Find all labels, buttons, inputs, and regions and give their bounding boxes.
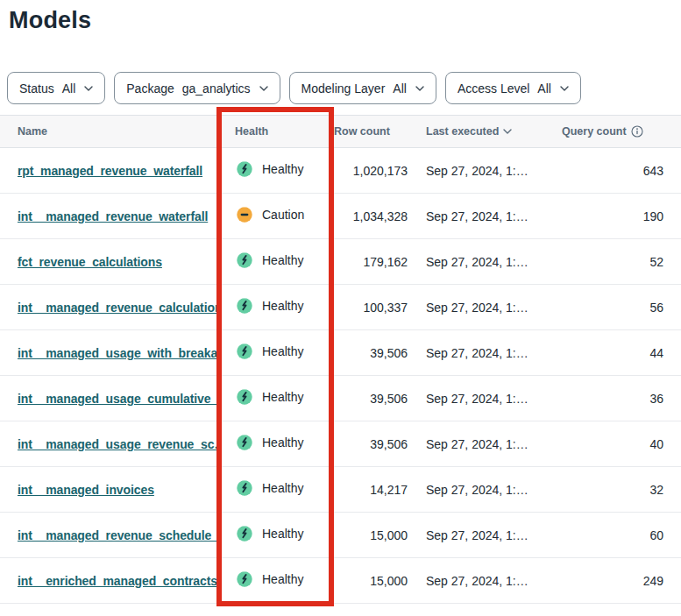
table-row: fct_revenue_calculations Healthy — [0, 239, 681, 285]
filter-label: Status — [19, 81, 54, 96]
row-count-cell: 15,000 — [334, 558, 417, 604]
health-label: Healthy — [262, 253, 303, 267]
health-status-icon — [235, 159, 254, 179]
chevron-down-icon — [415, 86, 424, 91]
model-name-link[interactable]: int__managed_usage_with_breaka… — [18, 346, 216, 360]
row-count-cell: 15,000 — [334, 513, 417, 558]
health-badge: Healthy — [235, 570, 303, 589]
page-title: Models — [9, 6, 681, 35]
query-count-cell: 44 — [562, 330, 681, 376]
health-badge: Healthy — [235, 387, 303, 407]
chevron-down-icon — [259, 86, 268, 91]
info-icon[interactable] — [631, 125, 643, 138]
filter-chip-modeling-layer[interactable]: Modeling Layer All — [289, 72, 436, 104]
column-header-name: Name — [0, 116, 216, 148]
last-executed-cell: Sep 27, 2024, 1:… — [417, 421, 562, 467]
table-row: int__managed_invoices Healthy — [0, 467, 681, 513]
model-name-link[interactable]: fct_revenue_calculations — [18, 255, 162, 269]
sort-descending-icon — [503, 129, 512, 134]
filter-label: Modeling Layer — [301, 81, 386, 96]
health-badge: Healthy — [235, 524, 303, 543]
health-label: Healthy — [262, 527, 303, 541]
chevron-down-icon — [560, 86, 569, 91]
health-status-icon — [235, 251, 254, 270]
health-status-icon — [235, 205, 254, 224]
row-count-cell: 100,337 — [334, 285, 417, 330]
model-name-link[interactable]: rpt_managed_revenue_waterfall — [18, 164, 202, 178]
model-name-link[interactable]: int__managed_revenue_calculations — [18, 301, 216, 315]
model-name-link[interactable]: int__enriched_managed_contracts — [18, 574, 216, 588]
table-header-row: Name Health Row count Last executed Quer… — [0, 116, 681, 148]
filter-chip-package[interactable]: Package ga_analytics — [114, 72, 280, 104]
filters-bar: Status All Package ga_analytics Modeling… — [7, 72, 681, 104]
column-header-label: Last executed — [426, 125, 499, 138]
model-name-link[interactable]: int__managed_usage_revenue_sc… — [18, 437, 216, 451]
row-count-cell: 39,506 — [334, 421, 417, 467]
last-executed-cell: Sep 27, 2024, 1:… — [417, 558, 562, 604]
row-count-cell: 14,217 — [334, 467, 417, 513]
table-row: int__managed_usage_with_breaka… Health — [0, 330, 681, 376]
health-label: Healthy — [262, 390, 303, 404]
health-badge: Healthy — [235, 433, 303, 452]
row-count-cell: 1,034,328 — [334, 194, 417, 239]
health-status-icon — [235, 570, 254, 589]
filter-value: All — [62, 81, 76, 96]
row-count-cell: 1,020,173 — [334, 148, 417, 194]
health-label: Healthy — [262, 162, 303, 176]
health-status-icon — [235, 387, 254, 407]
health-status-icon — [235, 342, 254, 361]
health-label: Healthy — [262, 344, 303, 358]
query-count-cell: 60 — [562, 513, 681, 558]
column-header-query-count: Query count — [562, 116, 681, 148]
models-table-body: rpt_managed_revenue_waterfall Healthy — [0, 148, 681, 604]
query-count-cell: 190 — [562, 194, 681, 239]
models-table: Name Health Row count Last executed Quer… — [0, 115, 681, 604]
last-executed-cell: Sep 27, 2024, 1:… — [417, 239, 562, 285]
health-label: Healthy — [262, 572, 303, 586]
filter-chip-access-level[interactable]: Access Level All — [445, 72, 581, 104]
last-executed-cell: Sep 27, 2024, 1:… — [417, 513, 562, 558]
health-label: Healthy — [262, 299, 303, 313]
model-name-link[interactable]: int__managed_usage_cumulative_… — [18, 392, 216, 406]
table-row: rpt_managed_revenue_waterfall Healthy — [0, 148, 681, 194]
last-executed-cell: Sep 27, 2024, 1:… — [417, 148, 562, 194]
last-executed-cell: Sep 27, 2024, 1:… — [417, 330, 562, 376]
filter-label: Access Level — [458, 81, 529, 96]
filter-value: All — [537, 81, 551, 96]
filter-chip-status[interactable]: Status All — [7, 72, 105, 104]
query-count-cell: 52 — [562, 239, 681, 285]
model-name-link[interactable]: int__managed_revenue_waterfall — [18, 209, 208, 223]
health-badge: Healthy — [235, 296, 303, 315]
health-label: Healthy — [262, 435, 303, 450]
query-count-cell: 643 — [562, 148, 681, 194]
model-name-link[interactable]: int__managed_revenue_schedule_… — [18, 528, 216, 542]
health-badge: Healthy — [235, 478, 303, 498]
row-count-cell: 39,506 — [334, 376, 417, 421]
row-count-cell: 179,162 — [334, 239, 417, 285]
health-label: Caution — [262, 208, 304, 222]
health-label: Healthy — [262, 481, 303, 495]
table-row: int__managed_revenue_waterfall Caution — [0, 194, 681, 239]
health-badge: Healthy — [235, 342, 303, 361]
health-status-icon — [235, 524, 254, 543]
query-count-cell: 56 — [562, 285, 681, 330]
health-badge: Healthy — [235, 251, 303, 270]
model-name-link[interactable]: int__managed_invoices — [18, 483, 154, 497]
column-header-health: Health — [216, 116, 334, 148]
health-status-icon — [235, 478, 254, 498]
last-executed-cell: Sep 27, 2024, 1:… — [417, 194, 562, 239]
row-count-cell: 39,506 — [334, 330, 417, 376]
table-row: int__managed_usage_cumulative_… Health — [0, 376, 681, 421]
health-badge: Caution — [235, 205, 304, 224]
query-count-cell: 36 — [562, 376, 681, 421]
table-row: int__managed_revenue_calculations Heal — [0, 285, 681, 330]
health-status-icon — [235, 433, 254, 452]
query-count-cell: 40 — [562, 421, 681, 467]
column-header-last-executed[interactable]: Last executed — [417, 116, 562, 148]
filter-label: Package — [126, 81, 174, 96]
column-header-row-count: Row count — [334, 116, 417, 148]
query-count-cell: 32 — [562, 467, 681, 513]
chevron-down-icon — [84, 86, 93, 91]
filter-value: All — [393, 81, 407, 96]
last-executed-cell: Sep 27, 2024, 1:… — [417, 285, 562, 330]
